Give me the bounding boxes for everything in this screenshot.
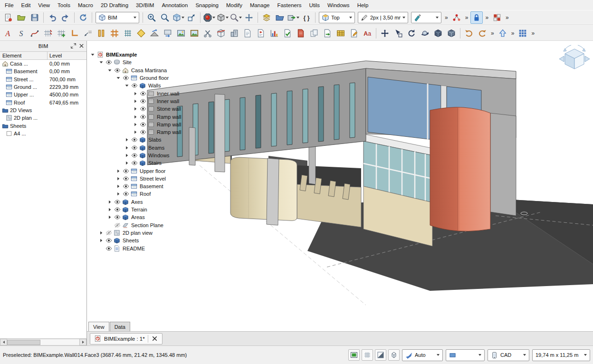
expand-collapse-icon[interactable]: [132, 121, 138, 128]
tree-item[interactable]: Roof: [89, 190, 182, 198]
expand-collapse-icon[interactable]: [124, 144, 130, 151]
visibility-eye-icon[interactable]: [114, 214, 121, 221]
visibility-eye-off-icon[interactable]: [114, 221, 121, 229]
paper-model-toggle[interactable]: [348, 349, 360, 361]
tree-item[interactable]: Street level: [89, 175, 182, 182]
bim-panel-row[interactable]: Basement0,00 mm: [0, 67, 86, 75]
view-preset-select[interactable]: Top: [319, 12, 355, 23]
bim-panel-row[interactable]: Sheets: [0, 122, 86, 129]
grid-add-button[interactable]: [55, 27, 67, 39]
tree-item[interactable]: Areas: [89, 213, 182, 221]
copy-document-button[interactable]: [308, 27, 320, 39]
visibility-eye-icon[interactable]: [122, 75, 129, 82]
grid-marks-button[interactable]: [42, 27, 54, 39]
expand-collapse-icon[interactable]: [115, 183, 121, 190]
bim-panel-row[interactable]: Upper ...4500,00 mm: [0, 91, 86, 98]
expand-collapse-icon[interactable]: [115, 167, 121, 174]
toolbar-overflow-3[interactable]: »: [483, 14, 490, 21]
undo-button[interactable]: [46, 11, 58, 24]
scroll-left-button[interactable]: [0, 339, 7, 345]
visibility-eye-icon[interactable]: [105, 237, 112, 244]
visibility-eye-icon[interactable]: [139, 90, 146, 97]
menu-snapping[interactable]: Snapping: [191, 1, 222, 9]
tree-item[interactable]: Beams: [89, 144, 182, 152]
zoom-extents-button[interactable]: [230, 11, 242, 24]
expand-collapse-icon[interactable]: [106, 67, 113, 74]
tree-item[interactable]: Stone wall: [89, 105, 182, 113]
tree-item[interactable]: Walls: [89, 82, 182, 89]
visibility-eye-icon[interactable]: [139, 97, 146, 105]
move-button[interactable]: [379, 27, 391, 39]
expand-collapse-icon[interactable]: [132, 105, 138, 113]
spline-button[interactable]: [29, 27, 41, 39]
menu-view[interactable]: View: [34, 1, 54, 9]
drawing-extents-select[interactable]: 19,74 m x 11,25 m: [532, 349, 590, 361]
visibility-eye-icon[interactable]: [131, 136, 138, 144]
menu-modify[interactable]: Modify: [222, 1, 246, 9]
grid-toggle[interactable]: [362, 349, 373, 361]
orbit-button[interactable]: [419, 27, 431, 39]
lineweight-toggle[interactable]: [375, 349, 386, 361]
cut-button[interactable]: [201, 27, 214, 39]
expand-collapse-icon[interactable]: [106, 206, 113, 213]
expand-collapse-icon[interactable]: [115, 175, 121, 182]
visibility-eye-icon[interactable]: [131, 160, 138, 167]
document-tab[interactable]: BIMExample : 1*: [90, 333, 163, 345]
bim-panel-row[interactable]: Ground ...2229,39 mm: [0, 83, 86, 91]
toolbar-overflow-5[interactable]: »: [489, 30, 496, 37]
expand-collapse-icon[interactable]: [132, 113, 138, 120]
visibility-eye-icon[interactable]: [122, 175, 129, 182]
zoom-button[interactable]: [159, 11, 171, 24]
lineweight-select[interactable]: 2px | 3,50 mm: [358, 12, 408, 23]
menu-fasteners[interactable]: Fasteners: [273, 1, 305, 9]
panel-float-button[interactable]: [70, 42, 77, 49]
style-brush-select[interactable]: [411, 12, 441, 23]
expand-collapse-icon[interactable]: [115, 75, 121, 82]
expand-collapse-icon[interactable]: [132, 97, 138, 105]
bim-panel-row[interactable]: A4 ...: [0, 130, 86, 137]
zoom-in-button[interactable]: [145, 11, 158, 24]
expand-collapse-icon[interactable]: [124, 160, 130, 167]
layers-button[interactable]: [260, 11, 273, 24]
solid-box-button[interactable]: [445, 27, 458, 39]
expand-collapse-icon[interactable]: [124, 152, 130, 159]
bim-panel-header[interactable]: BIM: [0, 41, 86, 51]
tree-item[interactable]: Windows: [89, 152, 182, 159]
profile-button[interactable]: [68, 27, 81, 39]
visibility-eye-icon[interactable]: [139, 105, 146, 113]
visibility-eye-icon[interactable]: [122, 191, 129, 198]
toolbar-overflow-1[interactable]: »: [443, 14, 450, 21]
bim-panel-row[interactable]: Roof6749,65 mm: [0, 98, 86, 106]
tree-item[interactable]: 2D plan view: [89, 229, 182, 237]
visibility-eye-icon[interactable]: [122, 183, 129, 190]
sync-button[interactable]: [77, 11, 89, 24]
schedule-table-button[interactable]: [335, 27, 347, 39]
visibility-eye-icon[interactable]: [139, 121, 146, 128]
menu-macro[interactable]: Macro: [74, 1, 97, 9]
scroll-right-button[interactable]: [79, 339, 86, 345]
tree-item[interactable]: Inner wall: [89, 89, 182, 97]
annotation-button[interactable]: Aa: [361, 27, 373, 39]
workspace-select[interactable]: BIM: [96, 12, 139, 23]
menu-annotation[interactable]: Annotation: [158, 1, 191, 9]
visibility-eye-icon[interactable]: [122, 167, 129, 174]
tab-data[interactable]: Data: [110, 322, 130, 331]
save-button[interactable]: [29, 11, 41, 24]
bim-panel-row[interactable]: 2D Views: [0, 106, 86, 114]
edit-document-button[interactable]: [348, 27, 360, 39]
new-button[interactable]: [2, 11, 14, 24]
red-document-button[interactable]: [295, 27, 307, 39]
menu-utils[interactable]: Utils: [306, 1, 324, 9]
visibility-eye-icon[interactable]: [139, 113, 146, 120]
expressions-button[interactable]: { }: [300, 11, 313, 24]
select-button[interactable]: [392, 27, 404, 39]
redo-button[interactable]: [59, 11, 72, 24]
bim-panel-column-headers[interactable]: Element Level: [0, 51, 86, 60]
check-document-button[interactable]: [281, 27, 294, 39]
menu-edit[interactable]: Edit: [18, 1, 35, 9]
toolbar-overflow-4[interactable]: »: [504, 14, 511, 21]
column-header-element[interactable]: Element: [0, 52, 48, 59]
tree-item[interactable]: Ramp wall: [89, 121, 182, 128]
redo-view-button[interactable]: [476, 27, 488, 39]
expand-collapse-icon[interactable]: [106, 198, 113, 205]
